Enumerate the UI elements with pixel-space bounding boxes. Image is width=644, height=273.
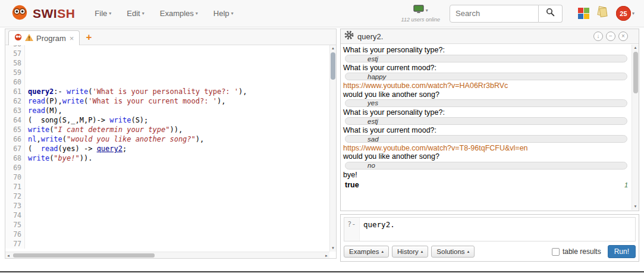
runner-entry-text: What is your personality type?:: [343, 108, 629, 117]
caret-down-icon: ▾: [196, 11, 198, 16]
line-number: 70: [5, 172, 21, 182]
top-navbar: SWISH File▾ Edit▾ Examples▾ Help▾ ▾ 112 …: [0, 0, 644, 27]
users-online-menu[interactable]: ▾: [413, 5, 428, 16]
tab-label: Program: [36, 34, 66, 43]
runner-entry-input[interactable]: sad: [345, 135, 627, 143]
runner-panel: query2. ↓ − × What is your personality t…: [340, 29, 639, 211]
run-button[interactable]: Run!: [608, 245, 636, 258]
swish-owl-icon: [11, 4, 29, 24]
gear-icon[interactable]: [344, 30, 354, 42]
code-line: [28, 220, 336, 230]
code-line: read(M),: [28, 106, 336, 115]
caret-up-icon: ▴: [467, 249, 470, 254]
query-editor[interactable]: ?- query2.: [344, 217, 636, 241]
code-line: [28, 49, 336, 58]
code-line: [28, 68, 336, 77]
runner-entry-input[interactable]: no: [345, 162, 627, 170]
close-runner-button[interactable]: ×: [618, 32, 628, 41]
runner-scroll-thumb[interactable]: [633, 52, 638, 93]
runner-entry-input[interactable]: happy: [345, 73, 627, 80]
window-bottom-edge: [0, 271, 644, 272]
line-number: 71: [5, 182, 21, 192]
code-line: write("I cant determin your type")),: [28, 125, 336, 134]
table-results-label[interactable]: table results: [563, 247, 601, 256]
scroll-up-icon[interactable]: ▲: [330, 46, 336, 51]
line-number: 77: [5, 239, 21, 249]
runner-scrollbar[interactable]: ▲ ▼: [632, 45, 639, 210]
search-input[interactable]: [450, 5, 539, 23]
runner-entry-link[interactable]: https://www.youtube.com/watch?v=T8-96tqF…: [343, 144, 629, 152]
users-online-icon: [413, 5, 424, 16]
caret-up-icon: ▴: [382, 249, 384, 254]
code-line: [28, 211, 336, 220]
tab-program[interactable]: Program ×: [8, 30, 80, 45]
notification-badge: 25: [616, 6, 631, 21]
code-line: read(P),write('What is your current mood…: [28, 96, 336, 106]
apps-grid-icon[interactable]: [578, 8, 589, 19]
menu-file[interactable]: File▾: [87, 9, 119, 18]
runner-entry-input[interactable]: estj: [345, 117, 627, 125]
query-text: query2.: [360, 218, 395, 241]
code-line: [28, 230, 336, 239]
close-icon: ×: [621, 33, 625, 39]
editor-vertical-scrollbar[interactable]: ▲ ▼: [329, 45, 336, 252]
runner-entry-text: would you like another song?: [343, 152, 629, 161]
caret-down-icon: ▾: [109, 11, 111, 16]
code-line: [28, 172, 336, 182]
search-button[interactable]: [539, 5, 563, 23]
editor-horizontal-scrollbar[interactable]: ◄ ►: [5, 252, 329, 258]
result-value: true: [345, 181, 359, 189]
line-number: 57: [5, 49, 21, 58]
prolog-editor[interactable]: 5657585960616263646566676869707172737475…: [5, 45, 336, 258]
code-line: [28, 192, 336, 201]
runner-entry-result: true1: [343, 179, 629, 189]
line-number: 66: [5, 134, 21, 144]
runner-entry-text: would you like another song?: [343, 90, 629, 99]
scroll-down-icon[interactable]: ▼: [632, 204, 639, 209]
menu-help[interactable]: Help▾: [206, 9, 241, 18]
code-line: [28, 182, 336, 192]
solutions-button[interactable]: Solutions▴: [431, 246, 475, 258]
code-line: [28, 201, 336, 211]
minimize-runner-button[interactable]: −: [606, 32, 615, 41]
download-icon: ↓: [597, 33, 600, 39]
documents-stack-icon[interactable]: [596, 6, 609, 21]
runner-entry-link[interactable]: https://www.youtube.com/watch?v=HA06Rr3b…: [343, 81, 629, 90]
code-line: [28, 163, 336, 172]
brand-text: SWISH: [33, 7, 75, 21]
scroll-left-icon[interactable]: ◄: [7, 253, 10, 258]
menu-examples[interactable]: Examples▾: [152, 9, 206, 18]
history-button[interactable]: History▴: [392, 246, 428, 258]
code-line: [28, 58, 336, 68]
swish-ball-icon: [14, 33, 22, 43]
line-number: 62: [5, 96, 21, 106]
menu-edit[interactable]: Edit▾: [119, 9, 152, 18]
scroll-up-icon[interactable]: ▲: [632, 45, 639, 51]
line-number: 65: [5, 125, 21, 134]
tab-close-icon[interactable]: ×: [70, 34, 74, 43]
line-number: 72: [5, 192, 21, 201]
editor-code-lines[interactable]: query2:- write('What is your personality…: [25, 45, 336, 249]
scroll-down-icon[interactable]: ▼: [330, 246, 336, 251]
minus-icon: −: [609, 33, 612, 39]
swish-logo[interactable]: SWISH: [11, 4, 75, 24]
scroll-right-icon[interactable]: ►: [325, 253, 328, 258]
download-answers-button[interactable]: ↓: [593, 32, 603, 41]
horizontal-scroll-thumb[interactable]: [13, 253, 155, 258]
line-number: 63: [5, 106, 21, 115]
runner-entry-input[interactable]: estj: [345, 55, 627, 62]
line-number: 76: [5, 230, 21, 239]
runner-header: query2. ↓ − ×: [341, 29, 639, 44]
notifications-menu[interactable]: 25 ▾: [616, 6, 634, 21]
warning-icon[interactable]: [25, 33, 33, 43]
runner-entry-input[interactable]: yes: [345, 99, 627, 107]
table-results-checkbox[interactable]: [552, 248, 560, 256]
new-tab-button[interactable]: +: [80, 30, 98, 45]
runner-output: What is your personality type?:estjWhat …: [341, 44, 639, 211]
line-number: 68: [5, 153, 21, 163]
vertical-scroll-thumb[interactable]: [331, 52, 335, 80]
code-editor-panel: Program × + 5657585960616263646566676869…: [5, 29, 337, 259]
query-prompt: ?-: [344, 218, 360, 241]
line-number: 64: [5, 115, 21, 125]
examples-button[interactable]: Examples▴: [344, 246, 389, 258]
